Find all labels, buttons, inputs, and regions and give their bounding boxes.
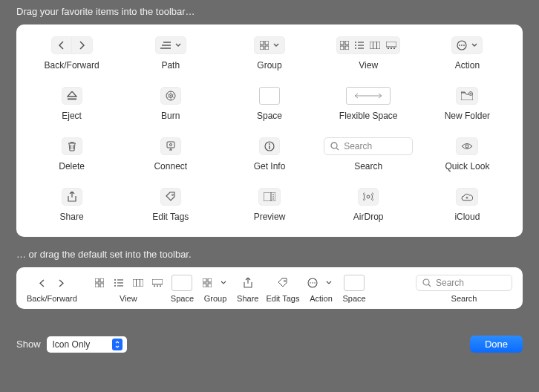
default-action[interactable]: Action <box>307 275 335 303</box>
list-icon <box>160 42 171 49</box>
item-label: Search <box>451 294 477 303</box>
item-delete[interactable]: Delete <box>25 137 118 172</box>
item-label: Action <box>310 294 333 303</box>
svg-rect-46 <box>203 278 206 282</box>
item-label: Flexible Space <box>339 111 398 121</box>
item-label: Share <box>237 294 258 303</box>
preview-icon <box>264 192 275 201</box>
item-label: Back/Forward <box>27 294 77 303</box>
svg-point-38 <box>114 279 116 281</box>
svg-rect-0 <box>260 41 264 45</box>
item-label: Burn <box>161 111 180 121</box>
svg-rect-36 <box>95 284 99 287</box>
svg-point-52 <box>310 282 312 284</box>
icon-grid-icon <box>94 278 105 287</box>
svg-point-33 <box>367 195 370 198</box>
item-airdrop[interactable]: AirDrop <box>322 188 415 222</box>
item-preview[interactable]: Preview <box>223 188 316 222</box>
svg-rect-45 <box>160 286 161 287</box>
connect-icon <box>166 141 176 151</box>
search-placeholder: Search <box>436 278 464 288</box>
select-value: Icon Only <box>53 339 91 350</box>
item-label: Search <box>354 161 382 172</box>
grid-icon <box>260 41 269 50</box>
svg-point-9 <box>355 45 356 46</box>
item-group[interactable]: Group <box>223 36 316 71</box>
item-label: View <box>359 60 378 71</box>
done-button[interactable]: Done <box>470 336 523 353</box>
item-edit-tags[interactable]: Edit Tags <box>124 188 217 222</box>
default-toolbar-panel[interactable]: Back/Forward View Space Group <box>16 267 523 309</box>
svg-rect-41 <box>133 279 143 287</box>
item-label: View <box>120 294 137 303</box>
space-box-icon <box>344 275 365 291</box>
chevron-right-icon <box>56 279 68 287</box>
item-space[interactable]: Space <box>223 87 316 121</box>
new-folder-icon <box>461 91 473 100</box>
svg-point-23 <box>170 95 172 97</box>
svg-point-8 <box>355 42 356 43</box>
item-path[interactable]: Path <box>124 36 217 71</box>
svg-rect-5 <box>345 41 349 45</box>
default-space-2[interactable]: Space <box>342 275 365 303</box>
item-connect[interactable]: Connect <box>124 137 217 172</box>
done-label: Done <box>485 339 508 350</box>
default-back-forward[interactable]: Back/Forward <box>27 275 77 303</box>
default-share[interactable]: Share <box>237 275 258 303</box>
item-label: Action <box>455 60 480 71</box>
toolbar-items-panel: Back/Forward Path Grou <box>16 24 523 237</box>
item-icloud[interactable]: iCloud <box>421 188 514 222</box>
item-view[interactable]: View <box>322 36 415 71</box>
item-back-forward[interactable]: Back/Forward <box>25 36 118 71</box>
search-placeholder: Search <box>344 141 372 151</box>
chevron-down-icon <box>273 43 279 48</box>
item-label: Connect <box>154 161 187 172</box>
chevron-down-icon <box>471 43 477 48</box>
default-group[interactable]: Group <box>201 275 229 303</box>
icon-columns-icon <box>370 42 380 49</box>
svg-rect-4 <box>340 41 344 45</box>
drag-items-instruction: Drag your favorite items into the toolba… <box>0 0 539 24</box>
svg-point-29 <box>331 143 337 148</box>
default-view[interactable]: View <box>94 275 163 303</box>
item-quick-look[interactable]: Quick Look <box>421 137 514 172</box>
chevron-down-icon <box>323 281 335 285</box>
svg-point-18 <box>461 45 463 46</box>
item-new-folder[interactable]: New Folder <box>421 87 514 121</box>
svg-rect-3 <box>265 46 269 50</box>
item-get-info[interactable]: Get Info <box>223 137 316 172</box>
svg-rect-34 <box>95 278 99 282</box>
svg-rect-47 <box>208 278 212 282</box>
default-space[interactable]: Space <box>171 275 194 303</box>
eject-icon <box>67 91 77 100</box>
item-share[interactable]: Share <box>25 188 118 222</box>
item-burn[interactable]: Burn <box>124 87 217 121</box>
item-flexible-space[interactable]: Flexible Space <box>322 87 415 121</box>
trash-icon <box>68 141 76 151</box>
ellipsis-circle-icon <box>307 278 318 288</box>
svg-rect-7 <box>345 46 349 50</box>
svg-point-50 <box>284 281 285 282</box>
icon-gallery-icon <box>386 42 396 49</box>
svg-rect-12 <box>386 42 396 47</box>
flexible-space-icon <box>346 87 391 105</box>
updown-arrows-icon <box>112 339 122 350</box>
item-action[interactable]: Action <box>421 36 514 71</box>
item-search[interactable]: Search Search <box>322 137 415 172</box>
item-label: Space <box>342 294 365 303</box>
svg-rect-6 <box>340 46 344 50</box>
chevron-down-icon <box>175 43 181 48</box>
show-select[interactable]: Icon Only <box>47 336 128 353</box>
svg-point-53 <box>313 282 314 284</box>
item-label: Group <box>204 294 227 303</box>
default-search[interactable]: Search Search <box>416 275 512 303</box>
item-eject[interactable]: Eject <box>25 87 118 121</box>
svg-rect-37 <box>100 284 104 287</box>
chevron-right-icon <box>72 36 93 54</box>
svg-rect-49 <box>208 284 212 287</box>
tag-icon <box>166 192 176 202</box>
svg-point-39 <box>114 282 116 284</box>
default-edit-tags[interactable]: Edit Tags <box>266 275 299 303</box>
show-label: Show <box>16 339 41 350</box>
item-label: Edit Tags <box>266 294 299 303</box>
